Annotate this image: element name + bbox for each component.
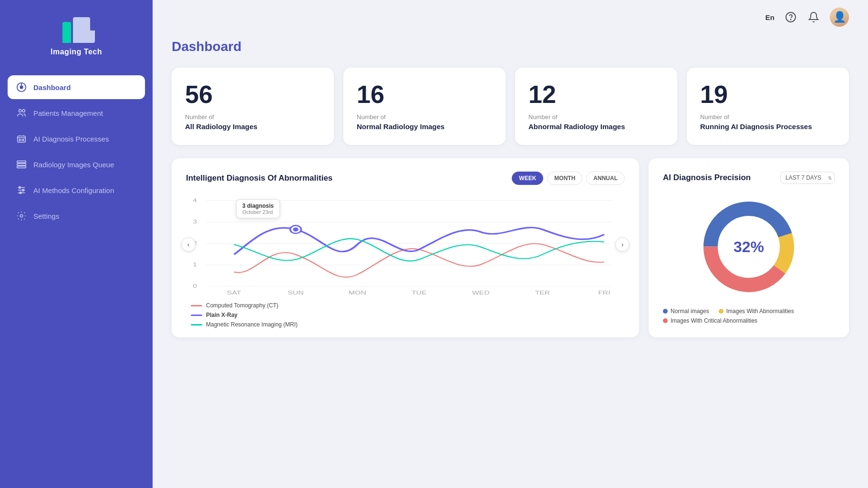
svg-point-1 — [20, 85, 23, 89]
sidebar-item-patients-label: Patients Management — [33, 109, 103, 117]
donut-legend-normal: Normal images — [663, 308, 709, 315]
sidebar-item-patients[interactable]: Patients Management — [8, 101, 145, 125]
stat-number-running-ai: 19 — [700, 82, 836, 107]
sidebar-item-dashboard[interactable]: Dashboard — [8, 75, 145, 99]
sidebar-item-ai-diagnosis-label: AI Diagnosis Processes — [33, 135, 109, 143]
svg-rect-5 — [18, 136, 26, 142]
donut-legend-row-2: Images With Critical Abnormalities — [663, 317, 835, 324]
stat-card-running-ai: 19 Number of Running AI Diagnosis Proces… — [687, 68, 849, 145]
svg-rect-10 — [17, 161, 26, 163]
svg-text:FRI: FRI — [598, 289, 610, 295]
svg-text:WED: WED — [472, 289, 490, 295]
svg-point-19 — [20, 214, 23, 217]
sidebar-nav: Dashboard Patients Management — [0, 71, 153, 488]
donut-legend-row-1: Normal images Images With Abnormalities — [663, 308, 835, 315]
user-avatar[interactable] — [830, 8, 849, 27]
chart-prev-button[interactable]: ‹ — [181, 237, 196, 252]
donut-period-select[interactable]: LAST 7 DAYS LAST 30 DAYS LAST YEAR — [780, 172, 835, 184]
svg-point-3 — [19, 110, 22, 112]
stat-label-bottom-abnormal: Abnormal Radiology Images — [528, 122, 664, 131]
donut-label-normal: Normal images — [671, 308, 709, 315]
legend-mri: Magnetic Resonance Imaging (MRI) — [191, 321, 625, 328]
chart-next-button[interactable]: › — [615, 237, 630, 252]
svg-text:0: 0 — [193, 283, 197, 289]
donut-header: AI Diagnosis Precision LAST 7 DAYS LAST … — [663, 172, 835, 184]
svg-text:SUN: SUN — [288, 289, 303, 295]
sidebar-item-ai-methods-label: AI Methods Configuration — [33, 186, 114, 194]
svg-text:SAT: SAT — [227, 289, 241, 295]
svg-text:1: 1 — [193, 261, 197, 267]
chart-tooltip-date: October 23rd — [242, 209, 274, 215]
logo-title: Imaging Tech — [51, 48, 102, 56]
page-content: Dashboard 56 Number of All Radiology Ima… — [153, 34, 868, 488]
legend-xray: Plain X-Ray — [191, 312, 625, 318]
language-selector[interactable]: En — [765, 13, 775, 21]
svg-point-4 — [22, 110, 25, 112]
sidebar-item-ai-diagnosis[interactable]: AI Diagnosis Processes — [8, 127, 145, 151]
stat-label-top-all: Number of — [185, 113, 320, 121]
chart-tabs: WEEK MONTH ANNUAL — [512, 172, 625, 185]
settings-icon — [16, 211, 27, 221]
main-content: En Dashboard 56 Number of All Radiol — [153, 0, 868, 488]
donut-label-critical: Images With Critical Abnormalities — [671, 317, 757, 324]
page-title: Dashboard — [172, 39, 849, 54]
sidebar-item-radiology-queue[interactable]: Radiology Images Queue — [8, 152, 145, 176]
svg-text:MON: MON — [349, 289, 366, 295]
donut-dot-critical — [663, 318, 668, 323]
sidebar-item-dashboard-label: Dashboard — [33, 83, 71, 92]
donut-select-wrap: LAST 7 DAYS LAST 30 DAYS LAST YEAR — [780, 172, 835, 184]
donut-percentage: 32% — [734, 238, 764, 256]
donut-legend-critical: Images With Critical Abnormalities — [663, 317, 757, 324]
stat-card-all-radiology: 56 Number of All Radiology Images — [172, 68, 334, 145]
chart-title: Intelligent Diagnosis Of Abnormalities — [186, 173, 332, 183]
radiology-queue-icon — [16, 159, 27, 170]
stat-card-normal-radiology: 16 Number of Normal Radiology Images — [343, 68, 506, 145]
donut-legend-abnormalities: Images With Abnormalities — [719, 308, 794, 315]
ai-methods-icon — [16, 185, 27, 195]
notifications-icon[interactable] — [807, 10, 820, 24]
stat-label-bottom-running-ai: Running AI Diagnosis Processes — [700, 122, 836, 131]
sidebar-logo: Imaging Tech — [0, 0, 153, 71]
donut-title: AI Diagnosis Precision — [663, 173, 751, 183]
svg-point-16 — [19, 187, 21, 189]
stat-number-abnormal: 12 — [528, 82, 664, 107]
chart-area: ‹ › 3 diagnosis October 23rd 4 3 2 1 0 — [186, 194, 625, 295]
dashboard-icon — [16, 82, 27, 92]
help-icon[interactable] — [784, 10, 797, 24]
patients-icon — [16, 108, 27, 118]
chart-tooltip-value: 3 diagnosis — [242, 203, 274, 209]
donut-dot-abnormalities — [719, 309, 723, 314]
sidebar-item-ai-methods[interactable]: AI Methods Configuration — [8, 178, 145, 202]
topbar: En — [153, 0, 868, 34]
donut-chart-area: 32% — [663, 193, 835, 300]
legend-ct: Computed Tomography (CT) — [191, 302, 625, 309]
chart-tab-week[interactable]: WEEK — [512, 172, 543, 185]
donut-legend: Normal images Images With Abnormalities … — [663, 308, 835, 324]
sidebar-item-radiology-queue-label: Radiology Images Queue — [33, 161, 114, 169]
legend-xray-label: Plain X-Ray — [206, 312, 238, 318]
sidebar-item-settings[interactable]: Settings — [8, 204, 145, 228]
donut-dot-normal — [663, 309, 668, 314]
svg-text:3: 3 — [193, 218, 197, 224]
stat-number-normal: 16 — [357, 82, 492, 107]
svg-text:TUE: TUE — [412, 289, 427, 295]
svg-rect-11 — [17, 163, 26, 165]
bottom-panels: Intelligent Diagnosis Of Abnormalities W… — [172, 158, 849, 337]
stat-number-all: 56 — [185, 82, 320, 107]
stat-card-abnormal-radiology: 12 Number of Abnormal Radiology Images — [515, 68, 677, 145]
stat-label-bottom-all: All Radiology Images — [185, 122, 320, 131]
svg-text:4: 4 — [193, 197, 197, 203]
svg-rect-12 — [17, 166, 26, 168]
chart-tab-annual[interactable]: ANNUAL — [586, 172, 625, 185]
sidebar: Imaging Tech Dashboard — [0, 0, 153, 488]
stat-label-top-running-ai: Number of — [700, 113, 836, 121]
svg-point-18 — [20, 192, 21, 194]
legend-ct-label: Computed Tomography (CT) — [206, 302, 279, 309]
legend-ct-line — [191, 305, 202, 306]
legend-mri-label: Magnetic Resonance Imaging (MRI) — [206, 321, 298, 328]
chart-legend: Computed Tomography (CT) Plain X-Ray Mag… — [186, 302, 625, 328]
diagnosis-chart-panel: Intelligent Diagnosis Of Abnormalities W… — [172, 158, 639, 337]
stat-cards-grid: 56 Number of All Radiology Images 16 Num… — [172, 68, 849, 145]
legend-mri-line — [191, 324, 202, 325]
chart-tab-month[interactable]: MONTH — [547, 172, 582, 185]
